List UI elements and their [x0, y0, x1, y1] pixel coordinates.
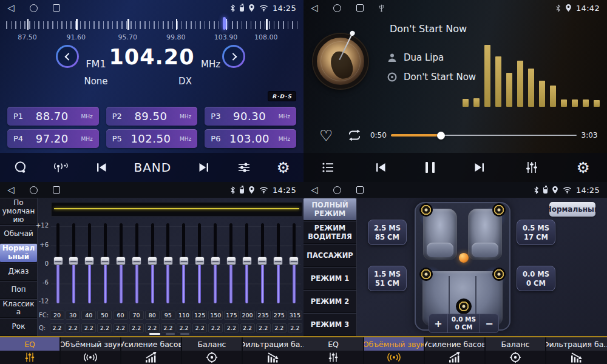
previous-station-button[interactable] [93, 160, 109, 175]
listening-position-marker[interactable] [459, 253, 469, 263]
tab-filter[interactable]: Фильтрация ба... [546, 337, 607, 364]
mode-full[interactable]: ПОЛНЫЙ РЕЖИМ [304, 198, 356, 221]
slider-knob[interactable] [226, 257, 236, 265]
rear-right-delay-button[interactable]: 0.0 MS 0 CM [517, 266, 555, 291]
front-right-delay-button[interactable]: 0.5 MS 17 CM [517, 220, 555, 245]
mode-3[interactable]: РЕЖИМ 3 [304, 313, 356, 336]
band-button[interactable]: BAND [134, 160, 171, 175]
slider-knob[interactable] [132, 257, 141, 265]
nav-home-button[interactable] [333, 186, 341, 194]
tab-eq[interactable]: EQ [304, 337, 364, 364]
nav-recents-button[interactable] [53, 186, 60, 194]
equalizer-button[interactable] [524, 160, 539, 175]
slider-knob[interactable] [84, 257, 94, 265]
tuner-settings-button[interactable] [236, 160, 252, 175]
nav-recents-button[interactable] [53, 4, 60, 12]
eq-preset-jazz[interactable]: Джаз [0, 263, 37, 281]
preset-button-p6[interactable]: P6103.00MHz [205, 129, 296, 148]
progress-bar[interactable] [391, 131, 577, 140]
nav-recents-button[interactable] [356, 4, 364, 12]
favorite-button[interactable]: ♡ [319, 128, 333, 143]
profile-button[interactable]: Нормальный [549, 202, 595, 217]
tab-surround[interactable]: Объёмный звук [364, 337, 425, 364]
decrease-delay-button[interactable]: − [480, 314, 498, 332]
tab-bass-boost[interactable]: Усиление басов [425, 337, 486, 364]
eq-band-slider[interactable] [290, 220, 299, 306]
tab-balance[interactable]: Баланс [486, 337, 546, 364]
eq-preset-custom[interactable]: Обычай [0, 225, 37, 243]
next-track-button[interactable] [472, 160, 487, 175]
rear-left-delay-button[interactable]: 1.5 MS 51 CM [368, 266, 407, 291]
settings-button[interactable]: ⚙ [577, 160, 590, 175]
next-station-button[interactable] [196, 160, 212, 175]
eq-band-slider[interactable] [226, 220, 236, 306]
preset-button-p5[interactable]: P5102.50MHz [106, 129, 198, 148]
slider-knob[interactable] [257, 257, 267, 265]
eq-band-slider[interactable] [53, 220, 63, 306]
eq-preset-classic[interactable]: Классика [0, 299, 37, 318]
mode-2[interactable]: РЕЖИМ 2 [304, 290, 356, 313]
eq-band-slider[interactable] [211, 220, 220, 306]
mode-driver[interactable]: РЕЖИМ ВОДИТЕЛЯ [304, 221, 356, 244]
eq-band-slider[interactable] [85, 220, 94, 306]
tab-eq[interactable]: EQ [0, 337, 61, 364]
preset-button-p1[interactable]: P188.70MHz [7, 107, 99, 126]
settings-button[interactable]: ⚙ [277, 160, 290, 175]
nav-back-button[interactable]: ◁ [7, 4, 15, 13]
nav-home-button[interactable] [333, 4, 341, 12]
playlist-button[interactable] [320, 160, 336, 175]
eq-preset-rock[interactable]: Рок [0, 318, 37, 336]
slider-knob[interactable] [116, 257, 126, 265]
eq-band-slider[interactable] [117, 220, 126, 306]
mode-passenger[interactable]: ПАССАЖИР [304, 244, 356, 267]
preset-button-p3[interactable]: P390.30MHz [205, 107, 296, 126]
preset-button-p4[interactable]: P497.20MHz [7, 129, 99, 148]
increase-delay-button[interactable]: + [429, 314, 447, 332]
eq-band-slider[interactable] [101, 220, 110, 306]
slider-knob[interactable] [273, 257, 283, 265]
eq-band-slider[interactable] [195, 220, 204, 306]
eq-band-slider[interactable] [242, 220, 251, 306]
nav-home-button[interactable] [30, 186, 38, 194]
eq-band-slider[interactable] [274, 220, 283, 306]
slider-knob[interactable] [148, 257, 157, 265]
scan-button[interactable] [13, 160, 28, 175]
stations-button[interactable] [52, 161, 69, 174]
tab-bass-boost[interactable]: Усиление басов [121, 337, 182, 364]
frequency-scale[interactable]: 87.50 91.60 95.70 99.80 103.90 108.00 [6, 16, 297, 44]
progress-knob[interactable] [437, 132, 445, 140]
tune-down-button[interactable] [56, 45, 79, 68]
front-left-delay-button[interactable]: 2.5 MS 85 CM [368, 220, 407, 245]
slider-knob[interactable] [242, 257, 252, 265]
eq-band-slider[interactable] [148, 220, 157, 306]
eq-preset-pop[interactable]: Поп [0, 281, 37, 299]
eq-band-slider[interactable] [258, 220, 267, 306]
pause-button[interactable] [426, 162, 435, 173]
nav-recents-button[interactable] [356, 186, 364, 194]
slider-knob[interactable] [69, 257, 78, 265]
tab-surround[interactable]: Объёмный звук [61, 337, 121, 364]
eq-preset-default[interactable]: По умолчанию [0, 198, 37, 225]
nav-back-button[interactable]: ◁ [7, 186, 15, 195]
eq-band-slider[interactable] [69, 220, 78, 306]
eq-band-slider[interactable] [179, 220, 188, 306]
tab-balance[interactable]: Баланс [182, 337, 243, 364]
previous-track-button[interactable] [373, 160, 388, 175]
slider-knob[interactable] [289, 257, 299, 265]
slider-knob[interactable] [179, 257, 189, 265]
preset-button-p2[interactable]: P289.50MHz [106, 107, 198, 126]
tab-filter[interactable]: Фильтрация ба... [243, 337, 304, 364]
eq-band-slider[interactable] [163, 220, 172, 306]
slider-knob[interactable] [195, 257, 205, 265]
eq-preset-normal[interactable]: Нормальный [0, 243, 37, 263]
nav-back-button[interactable]: ◁ [311, 186, 318, 195]
album-art[interactable] [313, 34, 368, 89]
slider-knob[interactable] [100, 257, 110, 265]
slider-knob[interactable] [163, 257, 173, 265]
slider-knob[interactable] [53, 257, 63, 265]
nav-home-button[interactable] [30, 4, 38, 12]
slider-knob[interactable] [211, 257, 220, 265]
eq-band-slider[interactable] [132, 220, 141, 306]
mode-1[interactable]: РЕЖИМ 1 [304, 267, 356, 290]
nav-back-button[interactable]: ◁ [311, 4, 318, 13]
